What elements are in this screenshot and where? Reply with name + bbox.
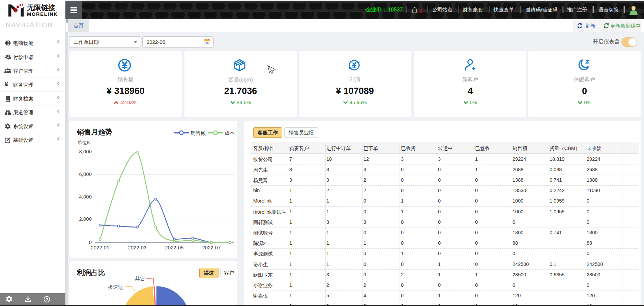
svg-text:2022-03: 2022-03	[128, 245, 146, 250]
svg-text:4,000: 4,000	[79, 194, 92, 200]
svg-text:15: 15	[206, 41, 209, 44]
svg-text:2022-07: 2022-07	[202, 245, 221, 250]
svg-text:?: ?	[46, 297, 48, 302]
svg-text:无限链接: 无限链接	[27, 4, 55, 11]
svg-text:0: 0	[89, 239, 92, 245]
svg-text:2022-05: 2022-05	[165, 245, 183, 250]
svg-text:极速达: 极速达	[108, 284, 123, 290]
svg-text:MORELINK: MORELINK	[27, 11, 58, 17]
svg-text:2022-01: 2022-01	[91, 245, 109, 250]
svg-text:8,000: 8,000	[79, 149, 92, 154]
svg-text:其它: 其它	[135, 276, 145, 281]
svg-text:2,000: 2,000	[79, 216, 92, 222]
svg-text:6,000: 6,000	[79, 171, 92, 177]
